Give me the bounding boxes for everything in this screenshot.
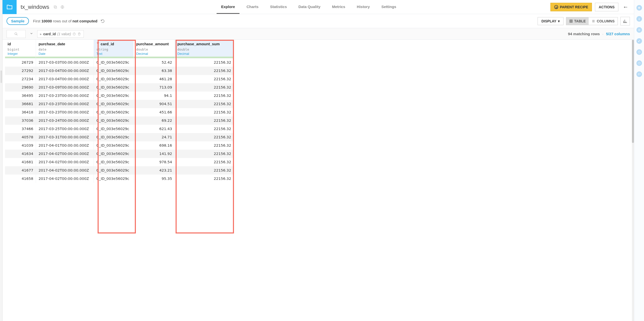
cell[interactable]: C_ID_003e56029c (94, 125, 134, 133)
cell[interactable]: 2017-04-01T00:00:00.000Z (36, 141, 94, 150)
cell[interactable]: 2017-03-23T00:00:00.000Z (36, 108, 94, 116)
cell[interactable]: 978.54 (134, 158, 175, 166)
parent-recipe-button[interactable]: PARENT RECIPE (550, 3, 592, 11)
cell[interactable]: 26729 (5, 58, 36, 67)
info-icon[interactable]: i (636, 16, 642, 22)
table-row[interactable]: 410392017-04-01T00:00:00.000ZC_ID_003e56… (5, 141, 234, 150)
cell[interactable]: 27292 (5, 67, 36, 75)
chat-icon[interactable] (636, 71, 642, 77)
column-semantic[interactable]: Decimal (136, 52, 172, 56)
cell[interactable]: 69.22 (134, 116, 175, 125)
cell[interactable]: C_ID_003e56029c (94, 158, 134, 166)
tab-statistics[interactable]: Statistics (266, 0, 292, 14)
cell[interactable]: C_ID_003e56029c (94, 83, 134, 92)
check-icon[interactable]: ✓ (636, 38, 642, 44)
scrollbar-track[interactable] (632, 40, 634, 321)
cell[interactable]: 52.42 (134, 58, 175, 67)
cell[interactable]: 2017-04-02T00:00:00.000Z (36, 150, 94, 158)
scrollbar-thumb[interactable] (632, 40, 634, 143)
power-icon[interactable] (72, 32, 76, 36)
cell[interactable]: 22156.32 (175, 67, 234, 75)
cell[interactable]: 904.51 (134, 100, 175, 108)
cell[interactable]: 24.71 (134, 133, 175, 141)
cell[interactable]: 461.28 (134, 75, 175, 83)
globe-icon[interactable] (60, 5, 64, 9)
cell[interactable]: C_ID_003e56029c (94, 141, 134, 150)
table-row[interactable]: 296902017-03-09T00:00:00.000ZC_ID_003e56… (5, 83, 234, 92)
layers-icon[interactable] (636, 27, 642, 33)
tab-explore[interactable]: Explore (217, 0, 239, 14)
toggle-columns[interactable]: COLUMNS (589, 17, 618, 25)
cell[interactable]: 40578 (5, 133, 36, 141)
cell[interactable]: C_ID_003e56029c (94, 67, 134, 75)
cell[interactable]: 41634 (5, 150, 36, 158)
cell[interactable]: 2017-03-31T00:00:00.000Z (36, 133, 94, 141)
column-semantic[interactable]: Decimal (177, 52, 231, 56)
cell[interactable]: C_ID_003e56029c (94, 175, 134, 183)
tab-metrics[interactable]: Metrics (328, 0, 350, 14)
filter-chip[interactable]: ▸ card_id (1 value) (37, 30, 84, 38)
chart-button[interactable] (620, 17, 630, 25)
cell[interactable]: 2017-03-24T00:00:00.000Z (36, 116, 94, 125)
column-semantic[interactable]: Text (96, 52, 131, 56)
cell[interactable]: 94.1 (134, 92, 175, 100)
cell[interactable]: 22156.32 (175, 150, 234, 158)
trash-icon[interactable] (77, 32, 81, 36)
table-row[interactable]: 364182017-03-23T00:00:00.000ZC_ID_003e56… (5, 108, 234, 116)
sample-button[interactable]: Sample (7, 17, 29, 25)
cell[interactable]: 2017-03-09T00:00:00.000Z (36, 83, 94, 92)
cell[interactable]: C_ID_003e56029c (94, 133, 134, 141)
table-row[interactable]: 267292017-03-03T00:00:00.000ZC_ID_003e56… (5, 58, 234, 67)
cell[interactable]: 22156.32 (175, 100, 234, 108)
table-row[interactable]: 272922017-03-04T00:00:00.000ZC_ID_003e56… (5, 67, 234, 75)
cell[interactable]: 29690 (5, 83, 36, 92)
cell[interactable]: 713.09 (134, 83, 175, 92)
cell[interactable]: 2017-03-04T00:00:00.000Z (36, 75, 94, 83)
cell[interactable]: 27234 (5, 75, 36, 83)
clock-icon[interactable] (636, 60, 642, 66)
column-header-id[interactable]: idbigintInteger (5, 40, 36, 58)
cell[interactable]: 2017-04-02T00:00:00.000Z (36, 166, 94, 175)
cell[interactable]: 22156.32 (175, 158, 234, 166)
cell[interactable]: 141.92 (134, 150, 175, 158)
actions-button[interactable]: ACTIONS (595, 3, 618, 11)
cell[interactable]: 41677 (5, 166, 36, 175)
cell[interactable]: 22156.32 (175, 75, 234, 83)
table-row[interactable]: 416772017-04-02T00:00:00.000ZC_ID_003e56… (5, 166, 234, 175)
cell[interactable]: 2017-04-02T00:00:00.000Z (36, 158, 94, 166)
cell[interactable]: 451.66 (134, 108, 175, 116)
cell[interactable]: 2017-03-23T00:00:00.000Z (36, 100, 94, 108)
copy-icon[interactable] (53, 5, 57, 9)
cell[interactable]: C_ID_003e56029c (94, 92, 134, 100)
cell[interactable]: C_ID_003e56029c (94, 166, 134, 175)
table-row[interactable]: 364952017-03-23T00:00:00.000ZC_ID_003e56… (5, 92, 234, 100)
cell[interactable]: 2017-03-03T00:00:00.000Z (36, 58, 94, 67)
cell[interactable]: 36681 (5, 100, 36, 108)
cell[interactable]: 22156.32 (175, 58, 234, 67)
cell[interactable]: 37036 (5, 116, 36, 125)
back-arrow-icon[interactable]: ← (621, 4, 630, 10)
columns-link[interactable]: 5/27 columns (606, 32, 630, 36)
cell[interactable]: 22156.32 (175, 141, 234, 150)
table-row[interactable]: 416582017-04-02T00:00:00.000ZC_ID_003e56… (5, 175, 234, 183)
table-row[interactable]: 374662017-03-25T00:00:00.000ZC_ID_003e56… (5, 125, 234, 133)
cell[interactable]: 2017-03-23T00:00:00.000Z (36, 92, 94, 100)
table-row[interactable]: 370362017-03-24T00:00:00.000ZC_ID_003e56… (5, 116, 234, 125)
cell[interactable]: 37466 (5, 125, 36, 133)
cell[interactable]: 2017-04-02T00:00:00.000Z (36, 175, 94, 183)
column-header-card_id[interactable]: card_idstringText (94, 40, 134, 58)
cell[interactable]: 621.43 (134, 125, 175, 133)
cell[interactable]: C_ID_003e56029c (94, 100, 134, 108)
toggle-table[interactable]: TABLE (566, 17, 589, 25)
cell[interactable]: 22156.32 (175, 108, 234, 116)
cell[interactable]: 22156.32 (175, 92, 234, 100)
add-icon[interactable]: + (636, 5, 642, 11)
cell[interactable]: 63.38 (134, 67, 175, 75)
table-row[interactable]: 416342017-04-02T00:00:00.000ZC_ID_003e56… (5, 150, 234, 158)
cell[interactable]: 41658 (5, 175, 36, 183)
cell[interactable]: C_ID_003e56029c (94, 58, 134, 67)
chevron-down-icon[interactable] (28, 32, 35, 36)
display-dropdown[interactable]: DISPLAY ▾ (538, 17, 563, 25)
cell[interactable]: C_ID_003e56029c (94, 108, 134, 116)
cell[interactable]: C_ID_003e56029c (94, 75, 134, 83)
